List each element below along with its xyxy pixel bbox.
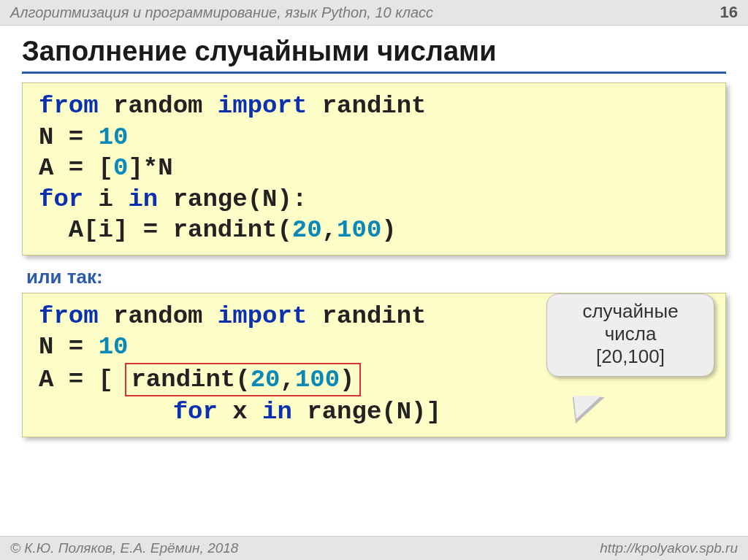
code-line: from random import randint: [39, 91, 709, 122]
footer-url: http://kpolyakov.spb.ru: [600, 540, 738, 556]
callout-line: [20,100]: [557, 345, 703, 368]
highlight-box: randint(20,100): [125, 363, 360, 397]
code-line: A[i] = randint(20,100): [39, 215, 709, 246]
subtitle: или так:: [26, 266, 726, 288]
course-title: Алгоритмизация и программирование, язык …: [10, 4, 433, 21]
callout-line: числа: [557, 323, 703, 345]
code-line: for i in range(N):: [39, 184, 709, 215]
callout-line: случайные: [557, 300, 703, 323]
page-number: 16: [720, 3, 738, 22]
callout-bubble: случайные числа [20,100]: [546, 294, 714, 377]
code-line: for x in range(N)]: [39, 396, 709, 428]
slide-footer: © К.Ю. Поляков, Е.А. Ерёмин, 2018 http:/…: [0, 536, 748, 560]
callout-body: случайные числа [20,100]: [546, 294, 714, 377]
slide-title: Заполнение случайными числами: [22, 36, 726, 74]
code-block-1: from random import randint N = 10 A = [0…: [22, 83, 726, 256]
code-line: N = 10: [39, 122, 709, 153]
slide-header: Алгоритмизация и программирование, язык …: [0, 0, 748, 26]
code-line: A = [0]*N: [39, 153, 709, 184]
copyright: © К.Ю. Поляков, Е.А. Ерёмин, 2018: [10, 540, 238, 556]
